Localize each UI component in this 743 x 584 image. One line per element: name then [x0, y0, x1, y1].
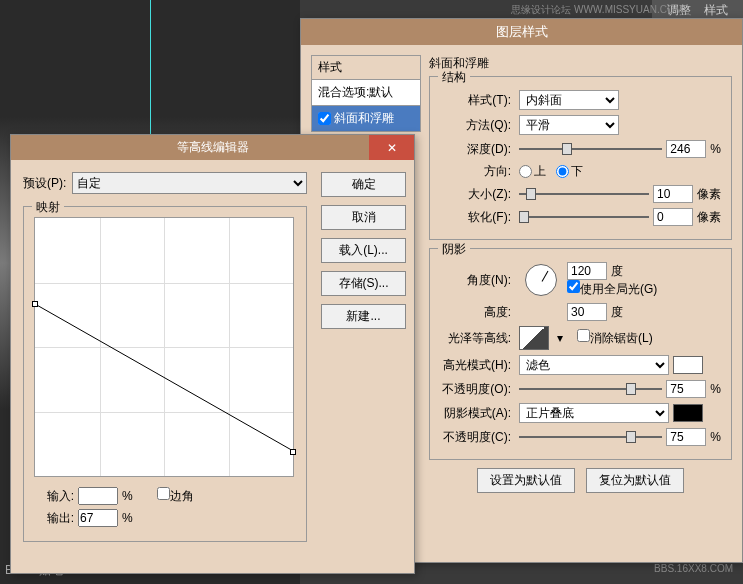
shading-fieldset: 阴影 角度(N): 度 使用全局光(G) 高度: [429, 248, 732, 460]
ok-button[interactable]: 确定 [321, 172, 406, 197]
input-field[interactable] [78, 487, 118, 505]
svg-line-0 [35, 304, 295, 452]
mapping-title: 映射 [32, 199, 64, 216]
watermark-top: 思缘设计论坛 WWW.MISSYUAN.COM [511, 3, 683, 17]
depth-slider[interactable] [519, 141, 662, 157]
output-field[interactable] [78, 509, 118, 527]
technique-select[interactable]: 平滑 [519, 115, 619, 135]
direction-label: 方向: [440, 163, 515, 180]
size-unit: 像素 [697, 186, 721, 203]
angle-dial[interactable] [525, 264, 557, 296]
load-button[interactable]: 载入(L)... [321, 238, 406, 263]
gloss-contour[interactable] [519, 326, 549, 350]
curve-handle-end[interactable] [290, 449, 296, 455]
close-icon: ✕ [387, 141, 397, 155]
new-button[interactable]: 新建... [321, 304, 406, 329]
size-input[interactable] [653, 185, 693, 203]
angle-input[interactable] [567, 262, 607, 280]
depth-unit: % [710, 142, 721, 156]
size-slider[interactable] [519, 186, 649, 202]
shading-title: 阴影 [438, 241, 470, 258]
close-button[interactable]: ✕ [369, 135, 414, 160]
contour-editor-dialog: 等高线编辑器 ✕ 预设(P): 自定 映射 [10, 134, 415, 574]
shadow-mode-select[interactable]: 正片叠底 [519, 403, 669, 423]
altitude-label: 高度: [440, 304, 515, 321]
set-default-button[interactable]: 设置为默认值 [477, 468, 575, 493]
angle-unit: 度 [611, 263, 623, 280]
shadow-color[interactable] [673, 404, 703, 422]
soften-unit: 像素 [697, 209, 721, 226]
technique-label: 方法(Q): [440, 117, 515, 134]
highlight-mode-select[interactable]: 滤色 [519, 355, 669, 375]
shadow-opacity-slider[interactable] [519, 429, 662, 445]
altitude-input[interactable] [567, 303, 607, 321]
sidebar-item-bevel[interactable]: 斜面和浮雕 [311, 106, 421, 132]
shadow-opacity-input[interactable] [666, 428, 706, 446]
preset-label: 预设(P): [23, 175, 66, 192]
highlight-opacity-slider[interactable] [519, 381, 662, 397]
tab-style[interactable]: 样式 [704, 3, 728, 17]
structure-fieldset: 结构 样式(T): 内斜面 方法(Q): 平滑 深度(D): % 方向: [429, 76, 732, 240]
output-label: 输出: [34, 510, 74, 527]
highlight-opacity-input[interactable] [666, 380, 706, 398]
curve-line [35, 218, 295, 478]
layer-style-title: 图层样式 [301, 19, 742, 45]
shadow-mode-label: 阴影模式(A): [440, 405, 515, 422]
preset-select[interactable]: 自定 [72, 172, 307, 194]
structure-title: 结构 [438, 69, 470, 86]
contour-editor-title: 等高线编辑器 ✕ [11, 135, 414, 160]
highlight-color[interactable] [673, 356, 703, 374]
depth-input[interactable] [666, 140, 706, 158]
save-button[interactable]: 存储(S)... [321, 271, 406, 296]
highlight-mode-label: 高光模式(H): [440, 357, 515, 374]
curve-handle-start[interactable] [32, 301, 38, 307]
soften-input[interactable] [653, 208, 693, 226]
angle-label: 角度(N): [440, 272, 515, 289]
corner-check[interactable]: 边角 [157, 487, 194, 505]
input-label: 输入: [34, 488, 74, 505]
global-light-check[interactable]: 使用全局光(G) [567, 282, 657, 296]
direction-down[interactable]: 下 [556, 163, 583, 180]
altitude-unit: 度 [611, 304, 623, 321]
curve-editor[interactable] [34, 217, 294, 477]
shadow-opacity-label: 不透明度(C): [440, 429, 515, 446]
bevel-checkbox[interactable] [318, 112, 331, 125]
size-label: 大小(Z): [440, 186, 515, 203]
reset-default-button[interactable]: 复位为默认值 [586, 468, 684, 493]
bevel-heading: 斜面和浮雕 [429, 55, 732, 72]
soften-slider[interactable] [519, 209, 649, 225]
soften-label: 软化(F): [440, 209, 515, 226]
gloss-label: 光泽等高线: [440, 330, 515, 347]
depth-label: 深度(D): [440, 141, 515, 158]
direction-up[interactable]: 上 [519, 163, 546, 180]
antialias-check[interactable]: 消除锯齿(L) [577, 329, 653, 347]
sidebar-header: 样式 [311, 55, 421, 80]
mapping-fieldset: 映射 输入: % [23, 206, 307, 542]
cancel-button[interactable]: 取消 [321, 205, 406, 230]
sidebar-item-blend[interactable]: 混合选项:默认 [311, 80, 421, 106]
style-select[interactable]: 内斜面 [519, 90, 619, 110]
style-label: 样式(T): [440, 92, 515, 109]
highlight-opacity-label: 不透明度(O): [440, 381, 515, 398]
